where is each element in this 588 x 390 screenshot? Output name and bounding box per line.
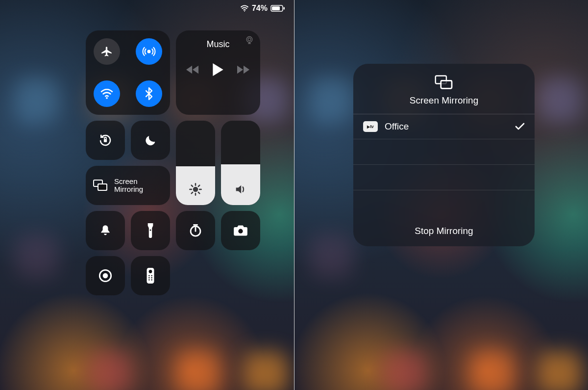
svg-rect-3 (284, 7, 285, 10)
previous-track-button[interactable] (186, 65, 199, 74)
svg-point-20 (148, 275, 150, 277)
status-bar: 74% (240, 4, 285, 13)
svg-point-13 (150, 229, 151, 231)
mirroring-device-row[interactable]: ▶tv Office (353, 114, 535, 139)
battery-icon (270, 5, 285, 12)
screen-mirroring-tile[interactable]: Screen Mirroring (86, 166, 170, 205)
bell-icon (99, 224, 111, 237)
svg-point-15 (238, 229, 243, 234)
airdrop-toggle[interactable] (136, 38, 162, 65)
next-track-button[interactable] (237, 65, 250, 74)
volume-slider[interactable] (221, 121, 260, 205)
airplane-icon (100, 45, 113, 58)
svg-rect-2 (272, 6, 280, 10)
do-not-disturb-toggle[interactable] (131, 121, 170, 160)
battery-percent-label: 74% (252, 4, 268, 13)
airdrop-icon (142, 45, 156, 58)
svg-point-9 (193, 187, 198, 192)
bluetooth-toggle[interactable] (136, 80, 162, 107)
rotation-lock-toggle[interactable] (86, 121, 125, 160)
brightness-icon (189, 182, 202, 196)
svg-point-0 (244, 11, 245, 12)
record-icon (98, 269, 112, 283)
airplay-audio-icon (245, 35, 254, 45)
timer-button[interactable] (176, 211, 215, 250)
control-center-pane: 74% (0, 0, 294, 390)
svg-point-4 (147, 50, 151, 53)
screen-record-button[interactable] (86, 256, 125, 295)
wifi-icon (100, 88, 114, 99)
svg-rect-27 (441, 80, 452, 88)
screen-mirroring-icon (93, 179, 108, 192)
stop-mirroring-label: Stop Mirroring (415, 226, 473, 236)
silent-mode-toggle[interactable] (86, 211, 125, 250)
svg-point-23 (151, 277, 152, 279)
brightness-slider[interactable] (176, 121, 215, 205)
wifi-status-icon (240, 5, 249, 12)
device-name-label: Office (385, 121, 409, 132)
moon-icon (144, 134, 157, 147)
bluetooth-icon (145, 87, 153, 100)
checkmark-icon (515, 123, 525, 130)
volume-icon (234, 182, 247, 196)
screen-mirroring-icon (434, 75, 454, 90)
control-center-grid: Music (86, 30, 262, 295)
connectivity-tile (86, 30, 170, 115)
airplane-mode-toggle[interactable] (94, 38, 120, 65)
svg-point-5 (106, 97, 108, 99)
wifi-toggle[interactable] (94, 80, 120, 107)
apple-tv-remote-button[interactable] (131, 256, 170, 295)
timer-icon (189, 224, 202, 237)
svg-point-22 (148, 277, 150, 279)
svg-rect-11 (98, 184, 107, 190)
screen-mirroring-popup: Screen Mirroring ▶tv Office Stop Mirrori… (353, 64, 535, 246)
music-title-label: Music (206, 39, 229, 50)
mirroring-device-row (353, 165, 535, 190)
svg-point-7 (248, 38, 251, 41)
svg-point-19 (149, 270, 152, 273)
play-button[interactable] (213, 63, 223, 76)
camera-icon (233, 225, 248, 236)
camera-button[interactable] (221, 211, 260, 250)
apple-tv-badge-icon: ▶tv (363, 121, 378, 132)
mirroring-device-row (353, 139, 535, 165)
screen-mirroring-sheet-pane: Screen Mirroring ▶tv Office Stop Mirrori… (294, 0, 588, 390)
popup-title: Screen Mirroring (410, 95, 478, 106)
screen-mirroring-label: Screen Mirroring (114, 178, 143, 194)
stop-mirroring-button[interactable]: Stop Mirroring (353, 216, 535, 246)
rotation-lock-icon (98, 133, 113, 148)
music-tile[interactable]: Music (176, 30, 260, 115)
svg-point-21 (151, 275, 152, 277)
remote-icon (147, 268, 154, 284)
mirroring-device-row (353, 190, 535, 216)
svg-point-24 (148, 279, 150, 281)
svg-point-6 (246, 37, 252, 43)
flashlight-icon (147, 223, 154, 238)
flashlight-toggle[interactable] (131, 211, 170, 250)
svg-rect-8 (104, 139, 107, 142)
svg-point-17 (103, 273, 108, 279)
svg-point-25 (151, 279, 152, 281)
